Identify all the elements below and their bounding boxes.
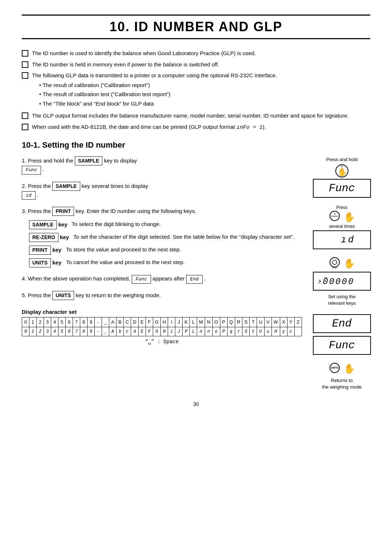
step-3-key-print: PRINT [52, 207, 74, 216]
key-desc-units: To cancel the value and proceed to the n… [66, 258, 302, 267]
left-column: 1. Press and hold the SAMPLE key to disp… [22, 156, 313, 393]
step-1-num: 1. Press and hold the [22, 157, 75, 164]
lcd-id: ıd [313, 230, 371, 249]
key-desc-rezero: To set the character of the digit select… [73, 233, 302, 241]
bullet-item-4: The GLP output format includes the balan… [22, 112, 370, 120]
press-several-block: Press R SAMPLE ✋ several times [329, 205, 355, 229]
space-note: “␣” : Space [22, 338, 302, 345]
step-2-display: ıd [22, 191, 36, 200]
bullet-text-3: The following GLP data is transmitted to… [32, 71, 370, 109]
press-label: Press [336, 205, 348, 210]
right-column: Press and hold R SAMPLE ✋ Func Press [313, 156, 371, 393]
step-4-func-display: Func [132, 275, 151, 284]
set-using-label: Set using therelevant keys [328, 294, 356, 307]
lcd-end: End [313, 314, 371, 333]
bullet-text-2: The ID number is held in memory even if … [32, 61, 370, 69]
seg-display: ›̈00000 [313, 272, 371, 291]
svg-point-6 [330, 258, 339, 267]
sample-icon-svg-2: R SAMPLE [329, 210, 343, 224]
several-times-label: several times [329, 224, 355, 229]
svg-text:PRINT: PRINT [332, 267, 337, 269]
step-3-key-table: SAMPLE key To select the digit blinking … [29, 220, 302, 267]
step-4-text2: appears after [152, 275, 186, 282]
units-key-icon: UNITS ✋ [329, 362, 355, 376]
print-icon-svg: PRINT [329, 257, 343, 270]
section-heading: 10-1. Setting the ID number [22, 140, 370, 150]
lcd-func-2: Func [313, 336, 371, 355]
sub-bullet-3-3: The "Title block" and "End block" for GL… [39, 100, 370, 108]
step-1-period: . [42, 166, 44, 172]
press-and-hold-label: Press and hold [326, 156, 358, 163]
key-btn-sample: SAMPLE [29, 220, 57, 229]
key-row-print: PRINT key To store the value and proceed… [29, 246, 302, 255]
key-desc-sample: To select the digit blinking to change. [72, 220, 302, 229]
step-4-period: . [204, 275, 205, 282]
key-label-sample: SAMPLE key [29, 220, 68, 229]
step-2-num: 2. Press the [22, 183, 52, 189]
bullet-text-4: The GLP output format includes the balan… [32, 112, 370, 120]
step-1-text-after: key to display [104, 157, 137, 164]
sub-bullets-3: The result of calibration ("Calibration … [39, 81, 370, 108]
step-2-period: . [37, 192, 38, 198]
key-btn-units: UNITS [29, 258, 51, 267]
page-number: 30 [22, 401, 370, 407]
step-4: 4. When the above operation has complete… [22, 275, 302, 284]
key-label-print: PRINT key [29, 246, 62, 255]
key-label-rezero: RE-ZERO key [29, 233, 69, 242]
hand-icon-3: ✋ [343, 258, 355, 269]
sub-bullet-3-1: The result of calibration ("Calibration … [39, 81, 370, 90]
step-1-key-sample: SAMPLE [75, 156, 102, 165]
step-2-text-after: key several times to display [82, 183, 148, 189]
display-char-label: Display character set [22, 309, 302, 315]
checkbox-2 [22, 61, 28, 68]
bullet-text-1: The ID number is used to identify the ba… [32, 49, 370, 58]
checkbox-1 [22, 50, 28, 57]
bullet-item-1: The ID number is used to identify the ba… [22, 49, 370, 58]
char-table-section: Display character set 012 345 678 9-_ AB… [22, 309, 302, 345]
page-title-container: 10. ID NUMBER AND GLP [22, 15, 370, 39]
step-5-text-after: key to return to the weighing mode. [75, 292, 160, 298]
step-3: 3. Press the PRINT key. Enter the ID num… [22, 207, 302, 267]
svg-text:UNITS: UNITS [331, 366, 338, 369]
step-4-num: 4. When the above operation has complete… [22, 275, 132, 282]
key-btn-print: PRINT [29, 246, 51, 255]
bullet-section: The ID number is used to identify the ba… [22, 49, 370, 132]
svg-text:SAMPLE: SAMPLE [331, 215, 339, 217]
svg-point-7 [332, 260, 337, 264]
key-row-units: UNITS key To cancel the value and procee… [29, 258, 302, 267]
char-bottom-row: 012 345 678 9-_ Abc dEF GHi JPL nno Pqr … [22, 327, 302, 336]
hand-icon-5: ✋ [343, 363, 355, 374]
press-several-icon: Press R SAMPLE ✋ several times [329, 205, 355, 229]
step-5-num: 5. Press the [22, 292, 52, 298]
sample-key-icon-1: R SAMPLE ✋ [335, 164, 348, 177]
step-1: 1. Press and hold the SAMPLE key to disp… [22, 156, 302, 175]
svg-text:R: R [342, 166, 342, 166]
returns-label: Returns tothe weighing mode [322, 377, 362, 390]
seg-display-text: ›̈00000 [317, 276, 354, 287]
key-row-rezero: RE-ZERO key To set the character of the … [29, 233, 302, 242]
diagram-step-4: End Func [313, 313, 371, 356]
key-btn-rezero: RE-ZERO [29, 233, 58, 242]
key-desc-print: To store the value and proceed to the ne… [66, 246, 302, 254]
key-label-units: UNITS key [29, 258, 62, 267]
char-table: 012 345 678 9-_ ABC DEF GHI JKL MNO PQR … [22, 317, 302, 337]
step-3-text-after: key. Enter the ID number using the follo… [75, 208, 196, 214]
bullet-item-5: When used with the AD-8121B, the date an… [22, 123, 370, 132]
page-title: 10. ID NUMBER AND GLP [22, 19, 370, 34]
bullet-item-3: The following GLP data is transmitted to… [22, 71, 370, 109]
bullet-item-2: The ID number is held in memory even if … [22, 61, 370, 69]
checkbox-4 [22, 112, 28, 119]
step-3-num: 3. Press the [22, 208, 52, 214]
diagram-step-3: PRINT ✋ ›̈00000 Set using therelevant ke… [313, 257, 371, 307]
svg-text:SAMPLE: SAMPLE [341, 166, 343, 167]
step-2-key-sample: SAMPLE [52, 182, 80, 191]
hand-icon-2: ✋ [343, 212, 355, 223]
bullet-text-5: When used with the AD-8121B, the date an… [32, 123, 370, 132]
step-2: 2. Press the SAMPLE key several times to… [22, 182, 302, 200]
sub-bullet-3-2: The result of calibration test ("Calibra… [39, 90, 370, 99]
sample-circle-1: R SAMPLE ✋ [335, 164, 348, 177]
step-1-display: Func [22, 166, 41, 175]
main-content: 1. Press and hold the SAMPLE key to disp… [22, 156, 370, 393]
checkbox-5 [22, 124, 28, 130]
checkbox-3 [22, 72, 28, 79]
